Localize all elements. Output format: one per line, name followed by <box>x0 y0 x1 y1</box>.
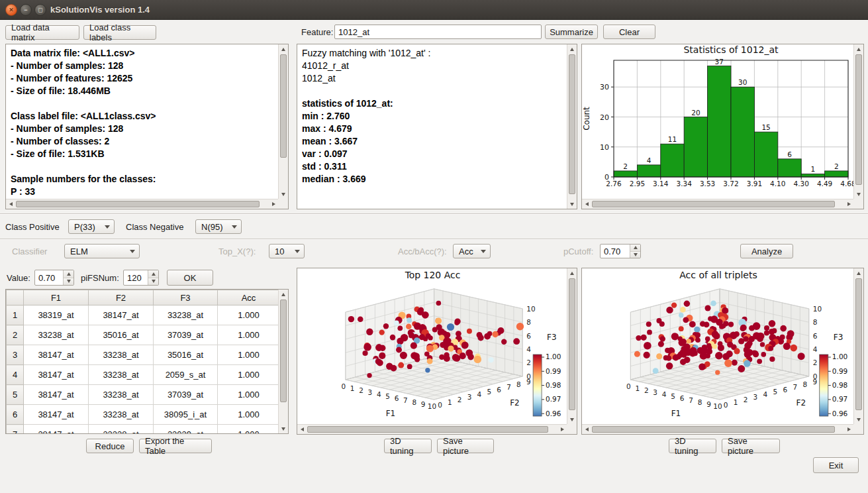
scroll-right-button[interactable] <box>557 425 567 434</box>
plot-vscrollbar[interactable] <box>567 268 577 424</box>
minimize-button[interactable]: − <box>20 4 32 16</box>
scroll-handle[interactable] <box>569 278 575 410</box>
column-header[interactable]: F1 <box>24 290 89 305</box>
scroll-left-button[interactable] <box>582 425 591 434</box>
scroll-down-button[interactable] <box>279 424 288 433</box>
save-picture-button-all-triplets[interactable]: Save picture <box>722 439 780 453</box>
spin-down-button[interactable] <box>630 252 640 258</box>
topx-select[interactable]: 10 <box>269 244 305 258</box>
load-data-matrix-button[interactable]: Load data matrix <box>5 25 79 40</box>
scroll-left-button[interactable] <box>297 425 307 434</box>
clear-button[interactable]: Clear <box>603 25 655 39</box>
acc-bacc-select[interactable]: Acc <box>453 244 491 258</box>
exit-button[interactable]: Exit <box>813 457 859 473</box>
scroll-handle[interactable] <box>280 54 287 158</box>
load-class-labels-button[interactable]: Load class labels <box>83 25 156 40</box>
table-row[interactable]: 438147_at33238_at2059_s_at1.000 <box>7 365 280 385</box>
scroll-track[interactable] <box>854 54 863 190</box>
scroll-track[interactable] <box>591 425 844 434</box>
spin-down-button[interactable] <box>148 278 158 286</box>
scroll-handle[interactable] <box>855 54 862 185</box>
column-header[interactable]: F2 <box>89 290 154 305</box>
plot-hscrollbar[interactable] <box>582 424 853 434</box>
tuning-button-all-triplets[interactable]: 3D tuning <box>669 439 716 453</box>
spin-down-button[interactable] <box>64 278 73 286</box>
scroll-handle[interactable] <box>280 300 287 402</box>
scroll-handle[interactable] <box>307 426 548 433</box>
svg-text:15: 15 <box>761 123 770 131</box>
table-row[interactable]: 638147_at33238_at38095_i_at1.000 <box>7 405 280 425</box>
scroll-track[interactable] <box>15 199 269 209</box>
scroll-up-button[interactable] <box>567 268 577 278</box>
text-line: 1012_at <box>302 72 565 85</box>
scroll-handle[interactable] <box>569 54 575 194</box>
save-picture-button-top-acc[interactable]: Save picture <box>437 439 494 453</box>
tuning-button-top-acc[interactable]: 3D tuning <box>384 439 432 453</box>
data-info-panel[interactable]: Data matrix file: <ALL1.csv>- Number of … <box>5 44 289 209</box>
column-header[interactable]: F3 <box>154 290 218 305</box>
export-table-button[interactable]: Export the Table <box>139 439 212 453</box>
scroll-track[interactable] <box>307 425 557 434</box>
feature-input[interactable] <box>334 25 542 39</box>
table-row[interactable]: 738147_at33238_at33039_at1.000 <box>7 425 280 435</box>
svg-text:30: 30 <box>738 78 747 86</box>
scroll-handle[interactable] <box>855 278 862 410</box>
scroll-right-button[interactable] <box>844 425 853 434</box>
pifsnum-spinbox[interactable]: 120 <box>123 270 159 286</box>
data-info-vscrollbar[interactable] <box>278 44 288 199</box>
analyze-button[interactable]: Analyze <box>740 244 793 258</box>
scroll-right-button[interactable] <box>269 199 278 209</box>
scroll-track[interactable] <box>567 54 577 199</box>
scroll-down-button[interactable] <box>854 190 863 199</box>
value-spinbox[interactable]: 0.70 <box>34 270 74 286</box>
scroll-handle[interactable] <box>592 426 835 433</box>
scroll-down-button[interactable] <box>854 415 863 424</box>
scroll-track[interactable] <box>854 278 863 415</box>
table-row[interactable]: 233238_at35016_at37039_at1.000 <box>7 325 280 345</box>
close-button[interactable]: ✕ <box>5 4 17 16</box>
table-row[interactable]: 338147_at33238_at35016_at1.000 <box>7 345 280 365</box>
scroll-up-button[interactable] <box>279 290 288 299</box>
pcutoff-spinbox[interactable]: 0.70 <box>600 244 641 258</box>
scroll-right-button[interactable] <box>844 199 853 209</box>
class-positive-select[interactable]: P(33) <box>68 219 115 234</box>
scroll-left-button[interactable] <box>582 199 591 209</box>
maximize-button[interactable]: ◻ <box>34 4 46 16</box>
classifier-select[interactable]: ELM <box>64 244 140 258</box>
scroll-handle[interactable] <box>16 201 260 207</box>
chart-vscrollbar[interactable] <box>853 44 863 199</box>
svg-text:8: 8 <box>412 398 416 406</box>
scroll-track[interactable] <box>279 54 288 190</box>
scroll-handle[interactable] <box>592 201 835 207</box>
column-header[interactable]: Acc <box>218 290 280 305</box>
scroll-down-button[interactable] <box>567 199 577 209</box>
scroll-left-button[interactable] <box>6 199 15 209</box>
scroll-track[interactable] <box>591 199 844 209</box>
spin-up-button[interactable] <box>64 270 73 278</box>
scroll-track[interactable] <box>567 278 577 415</box>
spin-up-button[interactable] <box>148 270 158 278</box>
summarize-button[interactable]: Summarize <box>545 25 598 39</box>
data-info-hscrollbar[interactable] <box>6 199 278 209</box>
plot-hscrollbar[interactable] <box>297 424 567 434</box>
reduce-button[interactable]: Reduce <box>86 439 134 453</box>
scroll-up-button[interactable] <box>854 44 863 54</box>
chart-hscrollbar[interactable] <box>582 199 853 209</box>
table-row[interactable]: 538147_at33238_at37039_at1.000 <box>7 385 280 405</box>
class-negative-select[interactable]: N(95) <box>195 219 242 234</box>
spin-up-button[interactable] <box>630 245 640 252</box>
scroll-up-button[interactable] <box>854 268 863 278</box>
arrow-left-icon <box>301 427 304 431</box>
scroll-track[interactable] <box>279 299 288 424</box>
scroll-down-button[interactable] <box>279 190 288 199</box>
feature-output-panel[interactable]: Fuzzy matching with '1012_at' :41012_r_a… <box>297 44 577 209</box>
ok-button[interactable]: OK <box>167 270 213 286</box>
table-row[interactable]: 138319_at38147_at33238_at1.000 <box>7 305 280 325</box>
scroll-down-button[interactable] <box>567 415 577 424</box>
results-table[interactable]: F1F2F3Acc 138319_at38147_at33238_at1.000… <box>5 289 289 434</box>
table-vscrollbar[interactable] <box>278 290 288 433</box>
scroll-up-button[interactable] <box>279 44 288 54</box>
scroll-up-button[interactable] <box>567 44 577 54</box>
feature-output-vscrollbar[interactable] <box>567 44 577 209</box>
plot-vscrollbar[interactable] <box>853 268 863 424</box>
